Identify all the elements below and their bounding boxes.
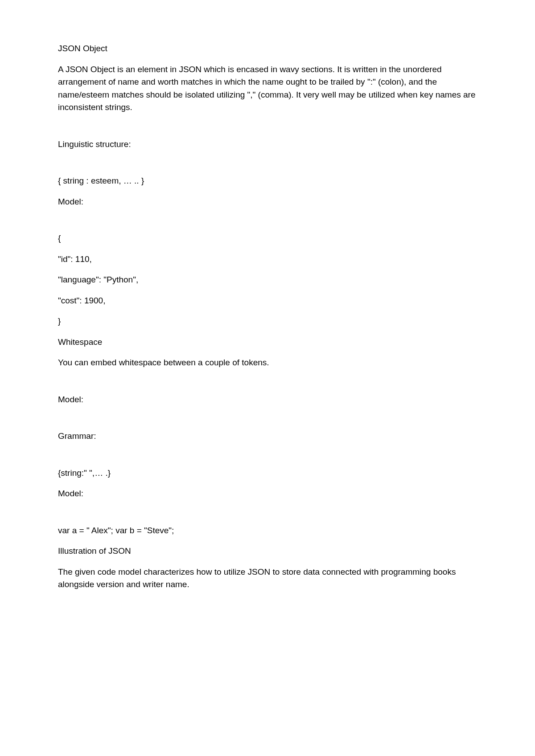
label-linguistic-structure: Linguistic structure: [58, 138, 477, 151]
paragraph-intro: A JSON Object is an element in JSON whic… [58, 63, 477, 114]
label-grammar: Grammar: [58, 430, 477, 443]
var-declaration-text: var a = " Alex"; var b = "Steve"; [58, 524, 477, 537]
heading-illustration: Illustration of JSON [58, 545, 477, 558]
heading-json-object: JSON Object [58, 42, 477, 55]
label-model-2: Model: [58, 393, 477, 406]
heading-whitespace: Whitespace [58, 336, 477, 349]
code-close-brace: } [58, 315, 477, 328]
code-open-brace: { [58, 232, 477, 245]
code-line-id: "id": 110, [58, 253, 477, 266]
syntax-text: { string : esteem, … .. } [58, 175, 477, 188]
grammar-text: {string:" ",… .} [58, 467, 477, 480]
document-content: JSON Object A JSON Object is an element … [58, 42, 477, 591]
paragraph-illustration: The given code model characterizes how t… [58, 566, 477, 591]
label-model-3: Model: [58, 487, 477, 500]
paragraph-whitespace: You can embed whitespace between a coupl… [58, 356, 477, 369]
code-line-cost: "cost": 1900, [58, 294, 477, 307]
code-line-language: "language": "Python", [58, 274, 477, 286]
label-model-1: Model: [58, 196, 477, 208]
